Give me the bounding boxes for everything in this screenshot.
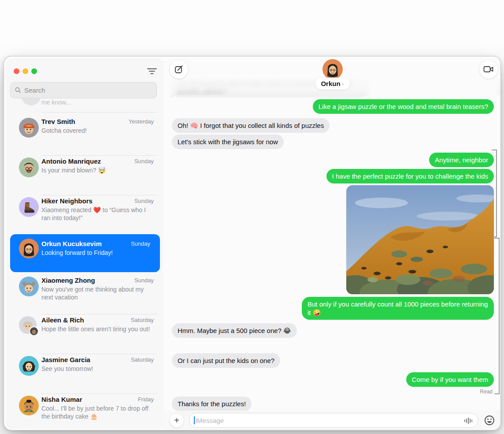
conversation-preview: Xiaomeng reacted ❤️ to “Guess who I ran … [41,206,153,222]
avatar [19,356,39,376]
avatar [29,326,39,336]
incoming-message-bubble[interactable]: Let's stick with the jigsaws for now [172,135,284,149]
conversation-row-hiker-neighbors[interactable]: Hiker Neighbors Sunday Xiaomeng reacted … [7,195,163,235]
message-input-field[interactable] [189,413,478,428]
photo-attachment-sand-dunes[interactable] [346,185,494,294]
conversation-name: Trev Smith [41,118,75,125]
sand-dunes-image [346,185,494,294]
conversation-row-xiaomeng-zhong[interactable]: Xiaomeng Zhong Sunday Now you've got me … [7,275,163,314]
conversation-row-jasmine-garcia[interactable]: Jasmine Garcia Saturday See you tomorrow… [7,354,163,394]
outgoing-message-bubble[interactable]: Anytime, neighbor [429,153,494,167]
outgoing-message-bubble[interactable]: But only if you carefully count all 1000… [302,297,494,320]
avatar [19,118,39,138]
incoming-message-bubble[interactable]: Hmm. Maybe just a 500 piece one? 😂 [172,323,297,338]
message-row [172,185,494,294]
conversation-time: Sunday [134,158,154,165]
message-row: Let's stick with the jigsaws for now [172,135,494,149]
conversation-time: Yesterday [129,118,154,125]
avatar [19,277,39,296]
conversation-time: Saturday [131,317,154,323]
conversation-preview: Cool... I'll be by just before 7 to drop… [41,404,153,420]
read-receipt: Read [480,389,493,395]
sidebar: me know... Trev Smith Yesterday Gotcha c… [7,59,163,428]
conversation-row-nisha-kumar[interactable]: Nisha Kumar Friday Cool... I'll be by ju… [7,394,163,428]
message-row: But only if you carefully count all 1000… [172,297,494,320]
video-camera-icon [483,65,494,74]
emoji-picker-button[interactable] [483,414,496,427]
conversation-preview: Is your mind blown? 🤯 [41,166,153,174]
contact-avatar[interactable] [322,59,343,79]
smiley-icon [484,415,495,426]
callout-bracket [494,238,500,394]
search-field[interactable] [10,82,157,98]
conversation-time: Friday [138,396,154,403]
avatar [19,396,39,415]
conversation-time: Saturday [131,356,154,363]
conversation-name: Hiker Neighbors [41,197,93,205]
compose-icon [174,64,184,74]
conversation-time: Sunday [131,240,150,247]
message-input[interactable] [196,417,462,424]
message-row: Hmm. Maybe just a 500 piece one? 😂 [172,323,494,338]
compose-new-message-button[interactable] [170,60,188,79]
conversation-name: Nisha Kumar [41,396,82,403]
avatar [19,197,39,217]
conversation-preview: Now you've got me thinking about my next… [41,285,153,301]
conversation-header: Orkun› [163,56,501,95]
conversation-row-aileen-and-rich[interactable]: Aileen & Rich Saturday Hope the little o… [7,314,163,354]
callout-bracket [492,150,497,237]
incoming-message-bubble[interactable]: Oh! 🧠 I forgot that you collect all kind… [172,118,330,133]
outgoing-message-bubble[interactable]: Come by if you want them [406,372,494,387]
add-attachment-button[interactable]: + [170,413,184,427]
conversation-preview: Gotcha covered! [41,127,153,135]
conversation-preview: me know... [41,99,71,106]
audio-waveform-icon[interactable] [464,417,473,426]
message-row: Thanks for the puzzles! [172,397,494,411]
text-cursor [194,416,195,424]
message-row: Like a jigsaw puzzle or the wood and met… [172,99,494,114]
close-window-button[interactable] [14,68,19,74]
avatar [19,239,39,258]
outgoing-message-bubble[interactable]: I have the perfect puzzle for you to cha… [326,169,494,183]
incoming-message-bubble[interactable]: Thanks for the puzzles! [172,397,252,411]
chevron-right-icon: › [342,80,344,87]
minimize-window-button[interactable] [22,68,28,74]
outgoing-message-bubble[interactable]: Like a jigsaw puzzle or the wood and met… [313,99,494,114]
message-composer: + [163,411,501,430]
message-row: Oh! 🧠 I forgot that you collect all kind… [172,118,494,133]
conversation-row-orkun-kucuksevim[interactable]: Orkun Kucuksevim Sunday Looking forward … [10,234,160,272]
filter-conversations-button[interactable] [146,67,158,76]
conversation-name: Antonio Manriquez [41,157,101,165]
conversation-time: Sunday [134,198,154,204]
conversation-row-trev-smith[interactable]: Trev Smith Yesterday Gotcha covered! [7,116,163,156]
conversation-preview: Looking forward to Friday! [41,249,153,257]
message-row: Or I can just put the kids on one? [172,353,494,368]
message-row: Anytime, neighbor [172,153,494,167]
divider [41,112,157,112]
hiking-boot-icon [19,197,39,217]
search-input[interactable] [24,86,152,94]
conversation-row-antonio-manriquez[interactable]: Antonio Manriquez Sunday Is your mind bl… [7,156,163,195]
conversation-name: Jasmine Garcia [41,356,90,363]
message-row: Come by if you want them [172,372,494,387]
conversation-preview: Hope the little ones aren't tiring you o… [41,325,153,333]
facetime-video-button[interactable] [479,60,498,79]
conversation-name: Xiaomeng Zhong [41,277,95,284]
conversation-time: Sunday [134,277,154,284]
contact-details-button[interactable]: Orkun› [315,78,349,90]
desktop-background: me know... Trev Smith Yesterday Gotcha c… [0,0,504,434]
conversation-pane: For family game night Friday, could we b… [163,56,501,430]
conversation-name: Aileen & Rich [41,316,84,324]
messages-window: me know... Trev Smith Yesterday Gotcha c… [4,56,501,430]
message-row: I have the perfect puzzle for you to cha… [172,169,494,183]
contact-name: Orkun [321,80,340,87]
avatar-group [19,316,39,336]
incoming-message-bubble[interactable]: Or I can just put the kids on one? [172,353,280,368]
avatar [19,157,39,177]
conversation-name: Orkun Kucuksevim [41,240,102,247]
search-icon [15,87,21,94]
zoom-window-button[interactable] [31,68,37,74]
filter-icon [146,67,158,75]
conversation-preview: See you tomorrow! [41,365,153,373]
